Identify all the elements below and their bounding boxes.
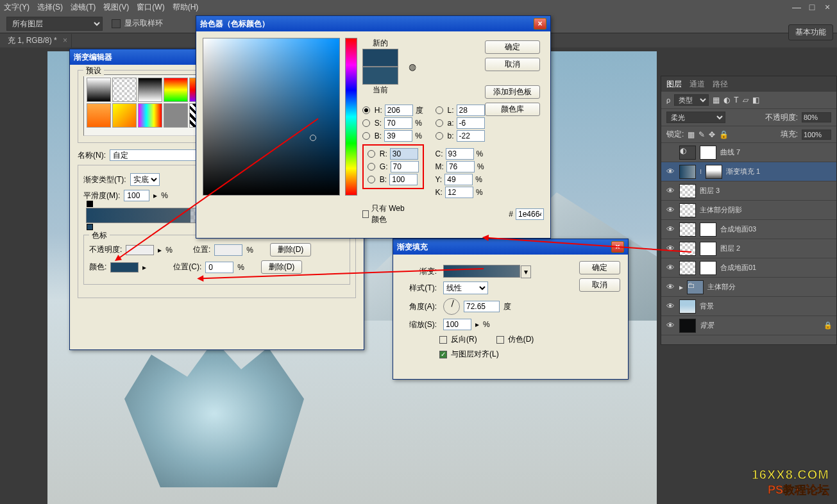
layers-dropdown[interactable]: 所有图层 [6, 17, 103, 31]
radio-g[interactable] [368, 163, 375, 171]
layer-name[interactable]: 图层 2 [720, 244, 833, 253]
layer-name[interactable]: 主体部分 [707, 282, 833, 292]
visibility-toggle[interactable]: 👁 [665, 205, 675, 215]
show-sample-ring-checkbox[interactable] [112, 19, 121, 28]
chevron-down-icon[interactable]: ▾ [521, 265, 531, 278]
radio-l[interactable] [435, 106, 443, 114]
current-color-swatch[interactable] [362, 67, 398, 85]
close-icon[interactable]: × [63, 36, 67, 45]
input-l[interactable] [457, 105, 485, 116]
filter-image-icon[interactable]: ▦ [713, 96, 720, 105]
layer-row[interactable]: 👁▸🗀主体部分 [661, 278, 836, 297]
radio-b[interactable] [362, 132, 370, 140]
opacity-input[interactable] [802, 112, 831, 122]
gradient-type-select[interactable]: 实底 [130, 173, 160, 186]
ok-button[interactable]: 确定 [485, 40, 540, 54]
layer-name[interactable]: 渐变填充 1 [726, 167, 833, 176]
filter-shape-icon[interactable]: ▱ [743, 96, 748, 105]
layer-name[interactable]: 主体部分阴影 [700, 205, 833, 215]
layer-row[interactable]: ◐曲线 7 [661, 143, 836, 162]
visibility-toggle[interactable]: 👁 [665, 186, 675, 196]
visibility-toggle[interactable]: 👁 [665, 282, 675, 292]
color-cursor[interactable] [310, 135, 316, 141]
preset-swatch[interactable] [138, 78, 162, 102]
chevron-right-icon[interactable]: ▸ [153, 191, 157, 200]
input-r[interactable] [390, 148, 418, 160]
filter-smart-icon[interactable]: ◧ [752, 96, 759, 105]
preset-swatch[interactable] [112, 78, 137, 102]
position2-input[interactable] [205, 262, 233, 273]
layer-row[interactable]: 👁背景 [661, 297, 836, 316]
lock-transparency-icon[interactable]: ▦ [688, 130, 695, 139]
reverse-checkbox[interactable] [439, 336, 447, 344]
layer-row[interactable]: 👁合成地面03 [661, 220, 836, 239]
visibility-toggle[interactable]: 👁 [665, 263, 675, 273]
style-select[interactable]: 线性 [443, 281, 488, 294]
menu-select[interactable]: 选择(S) [37, 2, 63, 13]
filter-adjust-icon[interactable]: ◐ [723, 96, 730, 105]
delete-button[interactable]: 删除(D) [270, 243, 311, 256]
layer-row[interactable]: 👁背景🔒 [661, 316, 836, 335]
lock-all-icon[interactable]: 🔒 [719, 130, 729, 139]
titlebar[interactable]: 拾色器（色标颜色） × [196, 16, 550, 31]
cancel-button[interactable]: 取消 [485, 58, 540, 71]
app-close-icon[interactable]: × [822, 3, 833, 12]
radio-r[interactable] [368, 150, 375, 158]
color-stop[interactable] [87, 224, 93, 230]
layer-name[interactable]: 图层 3 [700, 186, 833, 196]
basic-functions-button[interactable]: 基本功能 [788, 24, 833, 40]
chevron-right-icon[interactable]: ▸ [142, 263, 146, 272]
input-h[interactable] [385, 105, 413, 116]
layer-name[interactable]: 曲线 7 [720, 147, 833, 157]
tab-layers[interactable]: 图层 [666, 79, 682, 90]
fill-input[interactable] [802, 130, 831, 140]
input-b2[interactable] [389, 174, 418, 185]
document-tab[interactable]: 充 1, RGB/8) * × [4, 34, 72, 47]
visibility-toggle[interactable]: 👁 [665, 244, 675, 253]
preset-swatch[interactable] [87, 103, 111, 128]
app-maximize-icon[interactable]: □ [806, 3, 818, 12]
radio-b2[interactable] [368, 176, 375, 183]
input-s[interactable] [384, 117, 412, 129]
radio-s[interactable] [362, 119, 370, 127]
gradient-preview-dropdown[interactable]: ▾ [443, 265, 520, 278]
preset-swatch[interactable] [138, 103, 162, 128]
filter-kind-select[interactable]: 类型 [674, 94, 709, 106]
titlebar[interactable]: 渐变填充 × [393, 239, 628, 255]
input-a[interactable] [457, 117, 485, 129]
opacity-stop[interactable] [87, 201, 93, 207]
color-field[interactable] [203, 38, 340, 196]
layer-row[interactable]: 👁⁞渐变填充 1 [661, 162, 836, 181]
input-lab-b[interactable] [457, 130, 485, 142]
cube-icon[interactable]: ◍ [409, 62, 416, 72]
color-libraries-button[interactable]: 颜色库 [485, 103, 540, 116]
add-swatch-button[interactable]: 添加到色板 [485, 85, 540, 99]
input-k[interactable] [445, 187, 473, 198]
close-icon[interactable]: × [534, 18, 546, 29]
menu-window[interactable]: 窗口(W) [137, 2, 164, 13]
menu-filter[interactable]: 滤镜(T) [71, 2, 96, 13]
group-toggle-icon[interactable]: ▸ [679, 283, 683, 292]
dither-checkbox[interactable] [496, 336, 504, 344]
web-only-checkbox[interactable] [362, 210, 369, 218]
hex-input[interactable] [516, 208, 544, 220]
layer-row[interactable]: 👁主体部分阴影 [661, 201, 836, 220]
hue-slider[interactable] [345, 38, 357, 196]
visibility-toggle[interactable]: 👁 [665, 224, 675, 234]
chevron-right-icon[interactable]: ▸ [475, 320, 479, 329]
layer-name[interactable]: 合成地面01 [720, 263, 833, 273]
delete-button[interactable]: 删除(D) [261, 260, 302, 274]
preset-swatch[interactable] [112, 103, 137, 128]
lock-paint-icon[interactable]: ✎ [698, 130, 705, 139]
tab-paths[interactable]: 路径 [713, 79, 728, 90]
layer-row[interactable]: 👁图层 3 [661, 181, 836, 201]
layer-row[interactable]: 👁图层 2 [661, 239, 836, 258]
filter-type-icon[interactable]: T [734, 96, 738, 105]
angle-input[interactable] [464, 301, 500, 312]
preset-swatch[interactable] [164, 78, 188, 102]
input-m[interactable] [446, 161, 475, 172]
input-c[interactable] [446, 148, 474, 160]
visibility-toggle[interactable]: 👁 [665, 167, 675, 176]
cancel-button[interactable]: 取消 [579, 278, 620, 292]
layer-row[interactable]: 👁合成地面01 [661, 258, 836, 278]
